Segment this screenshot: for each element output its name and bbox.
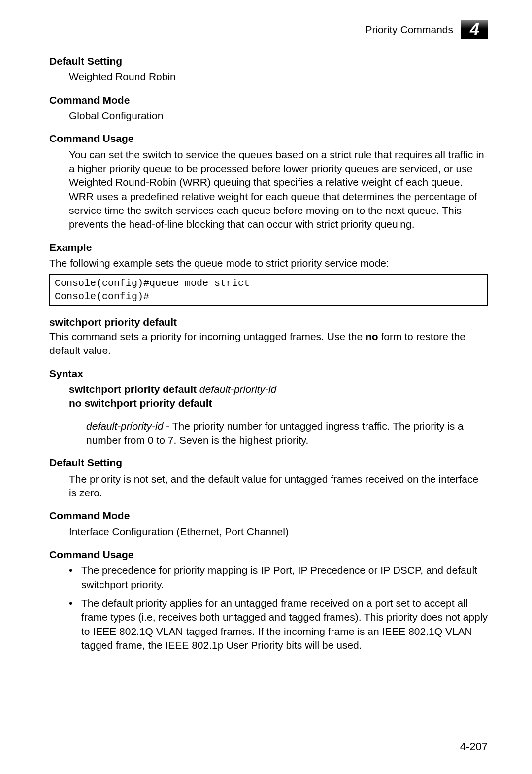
command-title: switchport priority default — [49, 316, 488, 329]
command-mode-heading-2: Command Mode — [49, 509, 488, 523]
desc-pre: This command sets a priority for incomin… — [49, 331, 366, 342]
default-setting-body-2: The priority is not set, and the default… — [69, 472, 488, 500]
command-usage-list: The precedence for priority mapping is I… — [69, 563, 488, 652]
command-usage-heading: Command Usage — [49, 132, 488, 145]
page-number: 4-207 — [460, 739, 488, 754]
default-setting-body: Weighted Round Robin — [69, 70, 488, 84]
command-mode-heading: Command Mode — [49, 93, 488, 107]
syntax-line-1: switchport priority default default-prio… — [69, 383, 488, 396]
syntax-cmd: switchport priority default — [69, 384, 197, 395]
list-item: The precedence for priority mapping is I… — [69, 563, 488, 592]
syntax-arg: default-priority-id — [200, 384, 276, 395]
desc-no-keyword: no — [366, 331, 378, 342]
param-name: default-priority-id — [86, 421, 163, 432]
list-item: The default priority applies for an unta… — [69, 597, 488, 652]
syntax-param-desc: default-priority-id - The priority numbe… — [86, 420, 488, 448]
header-title: Priority Commands — [365, 23, 453, 36]
syntax-line-2: no switchport priority default — [69, 396, 488, 410]
default-setting-heading-2: Default Setting — [49, 456, 488, 470]
command-mode-body: Global Configuration — [69, 109, 488, 123]
example-heading: Example — [49, 241, 488, 254]
page-header: Priority Commands 4 — [49, 20, 488, 39]
example-intro: The following example sets the queue mod… — [49, 256, 488, 270]
example-code: Console(config)#queue mode strict Consol… — [49, 274, 488, 306]
command-usage-heading-2: Command Usage — [49, 548, 488, 562]
chapter-number: 4 — [470, 18, 478, 40]
default-setting-heading: Default Setting — [49, 54, 488, 68]
chapter-badge-icon: 4 — [461, 20, 488, 39]
param-sep: - — [163, 421, 172, 432]
command-description: This command sets a priority for incomin… — [49, 330, 488, 358]
syntax-heading: Syntax — [49, 367, 488, 381]
command-mode-body-2: Interface Configuration (Ethernet, Port … — [69, 525, 488, 539]
command-usage-body: You can set the switch to service the qu… — [69, 148, 488, 232]
